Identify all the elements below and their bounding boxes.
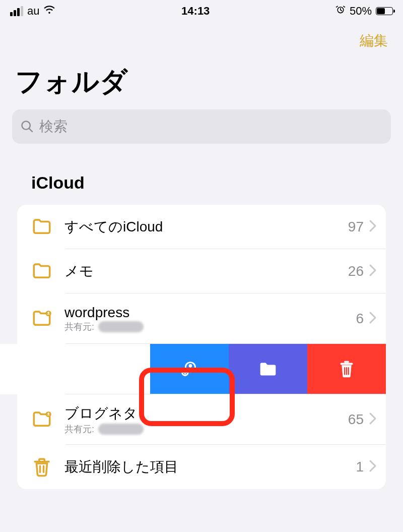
folder-row-recently-deleted[interactable]: 最近削除した項目 1 xyxy=(17,445,386,489)
folder-label: すべてのiCloud xyxy=(64,217,348,237)
svg-point-3 xyxy=(47,312,49,314)
swipe-action-share[interactable] xyxy=(150,344,229,394)
swipe-action-move[interactable] xyxy=(229,344,307,394)
svg-point-5 xyxy=(189,364,192,368)
svg-rect-8 xyxy=(344,361,349,363)
svg-rect-7 xyxy=(341,363,353,365)
folder-label: メモ xyxy=(64,262,348,281)
svg-point-10 xyxy=(47,412,49,415)
battery-icon xyxy=(376,7,393,15)
folder-count: 65 xyxy=(348,411,369,428)
search-icon xyxy=(20,120,34,134)
trash-icon xyxy=(28,456,55,478)
folder-row-blog[interactable]: ブログネタ 共有元: 65 xyxy=(17,394,386,445)
folder-count: 26 xyxy=(348,263,369,279)
folder-icon xyxy=(28,216,55,238)
folder-icon xyxy=(28,261,55,282)
status-right: 50% xyxy=(335,5,393,18)
shared-folder-icon xyxy=(28,308,55,329)
chevron-right-icon xyxy=(369,264,377,279)
folder-label: 最近削除した項目 xyxy=(64,457,356,477)
redacted-name xyxy=(98,321,144,332)
wifi-icon xyxy=(43,4,55,19)
nav-bar: 編集 xyxy=(0,22,403,50)
edit-button[interactable]: 編集 xyxy=(360,31,388,50)
folder-label: wordpress xyxy=(64,305,356,321)
redacted-name xyxy=(98,424,144,435)
shared-folder-icon xyxy=(28,409,55,430)
chevron-right-icon xyxy=(369,219,377,234)
folder-row-notes[interactable]: メモ 26 xyxy=(17,249,386,293)
swipe-action-delete[interactable] xyxy=(307,344,386,394)
shared-from-label: 共有元: xyxy=(64,321,356,333)
swipe-actions xyxy=(150,344,386,394)
status-bar: au 14:13 50% xyxy=(0,0,403,22)
carrier-label: au xyxy=(27,5,39,18)
chevron-right-icon xyxy=(369,459,377,475)
folder-label: ブログネタ xyxy=(64,404,348,423)
folder-count: 6 xyxy=(356,311,369,327)
folder-row-all-icloud[interactable]: すべてのiCloud 97 xyxy=(17,205,386,249)
cellular-signal-icon xyxy=(10,6,23,16)
search-input[interactable]: 検索 xyxy=(12,109,391,144)
page-title: フォルダ xyxy=(0,50,403,109)
chevron-right-icon xyxy=(369,311,377,326)
battery-percent: 50% xyxy=(350,5,372,18)
folder-count: 1 xyxy=(356,459,369,475)
folder-row-wordpress[interactable]: wordpress 共有元: 6 xyxy=(17,293,386,344)
shared-from-label: 共有元: xyxy=(64,423,348,435)
chevron-right-icon xyxy=(369,412,377,427)
section-header-icloud: iCloud xyxy=(0,144,403,205)
search-placeholder: 検索 xyxy=(39,117,68,136)
folder-row-swiped[interactable]: 0 xyxy=(17,344,386,394)
folder-count: 97 xyxy=(348,219,369,235)
folder-list: すべてのiCloud 97 メモ 26 wordpress xyxy=(17,205,386,489)
alarm-icon xyxy=(335,5,346,18)
status-left: au xyxy=(10,4,55,19)
status-time: 14:13 xyxy=(181,5,210,18)
